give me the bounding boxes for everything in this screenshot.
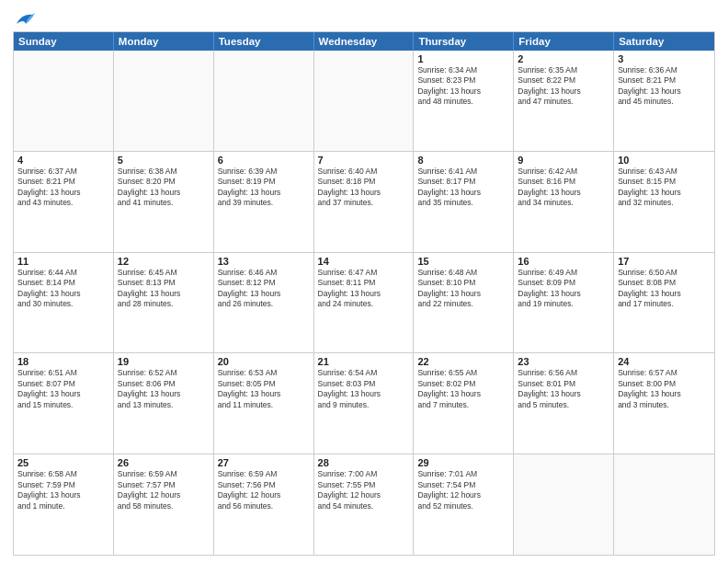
- day-number: 7: [318, 155, 410, 166]
- day-number: 18: [17, 356, 109, 367]
- cell-info: Sunrise: 6:53 AM Sunset: 8:05 PM Dayligh…: [218, 368, 310, 410]
- cal-header-day: Thursday: [414, 32, 514, 51]
- day-number: 15: [417, 256, 509, 267]
- day-number: 1: [417, 53, 509, 64]
- calendar-row: 25Sunrise: 6:58 AM Sunset: 7:59 PM Dayli…: [14, 454, 714, 555]
- calendar-header: SundayMondayTuesdayWednesdayThursdayFrid…: [14, 32, 714, 51]
- header: [13, 9, 715, 28]
- cell-info: Sunrise: 6:37 AM Sunset: 8:21 PM Dayligh…: [17, 167, 109, 209]
- calendar-cell: 26Sunrise: 6:59 AM Sunset: 7:57 PM Dayli…: [114, 454, 214, 555]
- day-number: 12: [118, 256, 210, 267]
- calendar-cell: 23Sunrise: 6:56 AM Sunset: 8:01 PM Dayli…: [514, 353, 614, 454]
- calendar-cell: 22Sunrise: 6:55 AM Sunset: 8:02 PM Dayli…: [414, 353, 514, 454]
- calendar-cell: 8Sunrise: 6:41 AM Sunset: 8:17 PM Daylig…: [414, 152, 514, 252]
- cell-info: Sunrise: 6:43 AM Sunset: 8:15 PM Dayligh…: [618, 167, 711, 209]
- cell-info: Sunrise: 6:58 AM Sunset: 7:59 PM Dayligh…: [17, 469, 109, 511]
- calendar-row: 18Sunrise: 6:51 AM Sunset: 8:07 PM Dayli…: [14, 353, 714, 454]
- logo-bird-icon: [15, 11, 35, 28]
- calendar-cell: 9Sunrise: 6:42 AM Sunset: 8:16 PM Daylig…: [514, 152, 614, 252]
- cal-header-day: Tuesday: [214, 32, 314, 51]
- calendar-body: 1Sunrise: 6:34 AM Sunset: 8:23 PM Daylig…: [14, 51, 714, 555]
- cal-header-day: Monday: [114, 32, 214, 51]
- calendar-cell: [314, 51, 415, 151]
- calendar: SundayMondayTuesdayWednesdayThursdayFrid…: [13, 31, 715, 556]
- calendar-cell: 29Sunrise: 7:01 AM Sunset: 7:54 PM Dayli…: [414, 454, 514, 555]
- cell-info: Sunrise: 6:39 AM Sunset: 8:19 PM Dayligh…: [218, 167, 310, 209]
- calendar-cell: 24Sunrise: 6:57 AM Sunset: 8:00 PM Dayli…: [614, 353, 714, 454]
- day-number: 2: [518, 53, 609, 64]
- day-number: 20: [218, 356, 310, 367]
- cell-info: Sunrise: 6:52 AM Sunset: 8:06 PM Dayligh…: [118, 368, 210, 410]
- day-number: 11: [17, 256, 109, 267]
- cell-info: Sunrise: 6:40 AM Sunset: 8:18 PM Dayligh…: [318, 167, 410, 209]
- cell-info: Sunrise: 6:35 AM Sunset: 8:22 PM Dayligh…: [518, 65, 609, 108]
- calendar-cell: 18Sunrise: 6:51 AM Sunset: 8:07 PM Dayli…: [14, 353, 114, 454]
- day-number: 24: [618, 356, 711, 367]
- cal-header-day: Wednesday: [314, 32, 415, 51]
- cell-info: Sunrise: 6:34 AM Sunset: 8:23 PM Dayligh…: [417, 65, 509, 108]
- calendar-cell: 4Sunrise: 6:37 AM Sunset: 8:21 PM Daylig…: [14, 152, 114, 252]
- calendar-cell: 2Sunrise: 6:35 AM Sunset: 8:22 PM Daylig…: [514, 51, 614, 151]
- calendar-cell: 14Sunrise: 6:47 AM Sunset: 8:11 PM Dayli…: [314, 253, 415, 353]
- day-number: 13: [218, 256, 310, 267]
- cell-info: Sunrise: 6:54 AM Sunset: 8:03 PM Dayligh…: [318, 368, 410, 410]
- calendar-row: 4Sunrise: 6:37 AM Sunset: 8:21 PM Daylig…: [14, 152, 714, 253]
- logo: [13, 11, 35, 28]
- calendar-cell: 10Sunrise: 6:43 AM Sunset: 8:15 PM Dayli…: [614, 152, 714, 252]
- calendar-cell: 13Sunrise: 6:46 AM Sunset: 8:12 PM Dayli…: [214, 253, 314, 353]
- calendar-cell: 11Sunrise: 6:44 AM Sunset: 8:14 PM Dayli…: [14, 253, 114, 353]
- calendar-cell: [14, 51, 114, 151]
- cell-info: Sunrise: 7:00 AM Sunset: 7:55 PM Dayligh…: [318, 469, 410, 511]
- day-number: 28: [318, 457, 410, 468]
- day-number: 5: [118, 155, 210, 166]
- cell-info: Sunrise: 6:42 AM Sunset: 8:16 PM Dayligh…: [518, 167, 609, 209]
- calendar-cell: 12Sunrise: 6:45 AM Sunset: 8:13 PM Dayli…: [114, 253, 214, 353]
- calendar-cell: 28Sunrise: 7:00 AM Sunset: 7:55 PM Dayli…: [314, 454, 415, 555]
- calendar-cell: [114, 51, 214, 151]
- day-number: 22: [417, 356, 509, 367]
- cal-header-day: Friday: [514, 32, 614, 51]
- day-number: 14: [318, 256, 410, 267]
- calendar-cell: 7Sunrise: 6:40 AM Sunset: 8:18 PM Daylig…: [314, 152, 415, 252]
- calendar-row: 11Sunrise: 6:44 AM Sunset: 8:14 PM Dayli…: [14, 253, 714, 354]
- day-number: 21: [318, 356, 410, 367]
- day-number: 8: [417, 155, 509, 166]
- calendar-cell: 27Sunrise: 6:59 AM Sunset: 7:56 PM Dayli…: [214, 454, 314, 555]
- page: SundayMondayTuesdayWednesdayThursdayFrid…: [0, 0, 728, 563]
- cell-info: Sunrise: 6:41 AM Sunset: 8:17 PM Dayligh…: [417, 167, 509, 209]
- calendar-row: 1Sunrise: 6:34 AM Sunset: 8:23 PM Daylig…: [14, 51, 714, 152]
- calendar-cell: 19Sunrise: 6:52 AM Sunset: 8:06 PM Dayli…: [114, 353, 214, 454]
- cell-info: Sunrise: 7:01 AM Sunset: 7:54 PM Dayligh…: [417, 469, 509, 511]
- cell-info: Sunrise: 6:50 AM Sunset: 8:08 PM Dayligh…: [618, 268, 711, 310]
- calendar-cell: 16Sunrise: 6:49 AM Sunset: 8:09 PM Dayli…: [514, 253, 614, 353]
- calendar-cell: 6Sunrise: 6:39 AM Sunset: 8:19 PM Daylig…: [214, 152, 314, 252]
- cell-info: Sunrise: 6:47 AM Sunset: 8:11 PM Dayligh…: [318, 268, 410, 310]
- cell-info: Sunrise: 6:44 AM Sunset: 8:14 PM Dayligh…: [17, 268, 109, 310]
- cell-info: Sunrise: 6:59 AM Sunset: 7:57 PM Dayligh…: [118, 469, 210, 511]
- cal-header-day: Saturday: [614, 32, 714, 51]
- cell-info: Sunrise: 6:45 AM Sunset: 8:13 PM Dayligh…: [118, 268, 210, 310]
- calendar-cell: [214, 51, 314, 151]
- day-number: 16: [518, 256, 609, 267]
- cell-info: Sunrise: 6:51 AM Sunset: 8:07 PM Dayligh…: [17, 368, 109, 410]
- day-number: 25: [17, 457, 109, 468]
- calendar-cell: 5Sunrise: 6:38 AM Sunset: 8:20 PM Daylig…: [114, 152, 214, 252]
- calendar-cell: 1Sunrise: 6:34 AM Sunset: 8:23 PM Daylig…: [414, 51, 514, 151]
- cell-info: Sunrise: 6:56 AM Sunset: 8:01 PM Dayligh…: [518, 368, 609, 410]
- cell-info: Sunrise: 6:59 AM Sunset: 7:56 PM Dayligh…: [218, 469, 310, 511]
- day-number: 6: [218, 155, 310, 166]
- day-number: 19: [118, 356, 210, 367]
- calendar-cell: 15Sunrise: 6:48 AM Sunset: 8:10 PM Dayli…: [414, 253, 514, 353]
- cell-info: Sunrise: 6:48 AM Sunset: 8:10 PM Dayligh…: [417, 268, 509, 310]
- cal-header-day: Sunday: [14, 32, 114, 51]
- cell-info: Sunrise: 6:36 AM Sunset: 8:21 PM Dayligh…: [618, 65, 711, 108]
- cell-info: Sunrise: 6:38 AM Sunset: 8:20 PM Dayligh…: [118, 167, 210, 209]
- calendar-cell: 3Sunrise: 6:36 AM Sunset: 8:21 PM Daylig…: [614, 51, 714, 151]
- cell-info: Sunrise: 6:55 AM Sunset: 8:02 PM Dayligh…: [417, 368, 509, 410]
- calendar-cell: 21Sunrise: 6:54 AM Sunset: 8:03 PM Dayli…: [314, 353, 415, 454]
- day-number: 27: [218, 457, 310, 468]
- day-number: 3: [618, 53, 711, 64]
- calendar-cell: 20Sunrise: 6:53 AM Sunset: 8:05 PM Dayli…: [214, 353, 314, 454]
- cell-info: Sunrise: 6:57 AM Sunset: 8:00 PM Dayligh…: [618, 368, 711, 410]
- day-number: 29: [417, 457, 509, 468]
